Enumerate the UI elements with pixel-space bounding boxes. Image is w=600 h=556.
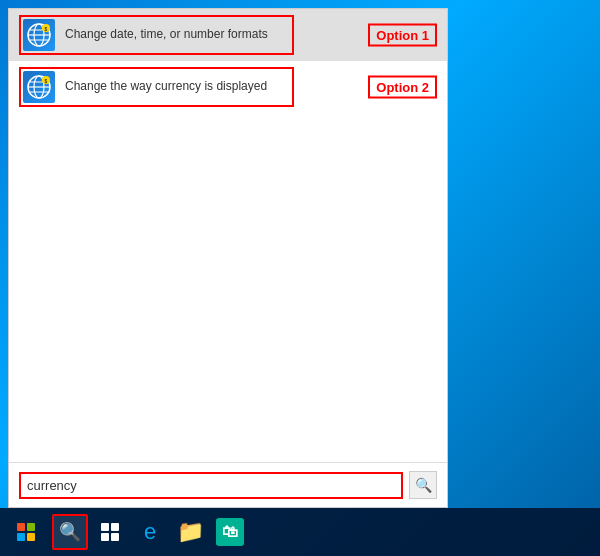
option1-label: Option 1: [368, 24, 437, 47]
ie-icon: e: [144, 519, 156, 545]
result2-text: Change the way currency is displayed: [65, 79, 267, 95]
svg-rect-17: [111, 533, 119, 541]
results-area: $ Change date, time, or number formats O…: [9, 9, 447, 462]
search-box-area: 🔍: [9, 462, 447, 507]
search-button[interactable]: 🔍: [409, 471, 437, 499]
search-input-wrapper[interactable]: [19, 472, 403, 499]
option2-label: Option 2: [368, 76, 437, 99]
svg-rect-14: [101, 523, 109, 531]
result1-icon: $: [23, 19, 55, 51]
result-item-1[interactable]: $ Change date, time, or number formats O…: [9, 9, 447, 61]
folder-icon: 📁: [177, 519, 204, 545]
task-view-icon: [100, 522, 120, 542]
taskbar-search-button[interactable]: 🔍: [52, 514, 88, 550]
result1-box: $ Change date, time, or number formats: [19, 15, 294, 55]
svg-text:$: $: [45, 26, 48, 32]
store-button[interactable]: 🛍: [212, 514, 248, 550]
svg-text:$: $: [45, 78, 48, 84]
ie-button[interactable]: e: [132, 514, 168, 550]
svg-rect-16: [101, 533, 109, 541]
search-input[interactable]: [27, 478, 395, 493]
svg-rect-15: [111, 523, 119, 531]
file-explorer-button[interactable]: 📁: [172, 514, 208, 550]
start-button[interactable]: [4, 510, 48, 554]
windows-logo-icon: [17, 523, 35, 541]
search-panel: $ Change date, time, or number formats O…: [8, 8, 448, 508]
task-view-button[interactable]: [92, 514, 128, 550]
taskbar-search-icon: 🔍: [59, 521, 81, 543]
result2-box: $ Change the way currency is displayed: [19, 67, 294, 107]
desktop: $ Change date, time, or number formats O…: [0, 0, 600, 556]
result2-icon: $: [23, 71, 55, 103]
result1-text: Change date, time, or number formats: [65, 27, 268, 43]
store-icon: 🛍: [216, 518, 244, 546]
taskbar: 🔍 e 📁 🛍: [0, 508, 600, 556]
result-item-2[interactable]: $ Change the way currency is displayed O…: [9, 61, 447, 113]
